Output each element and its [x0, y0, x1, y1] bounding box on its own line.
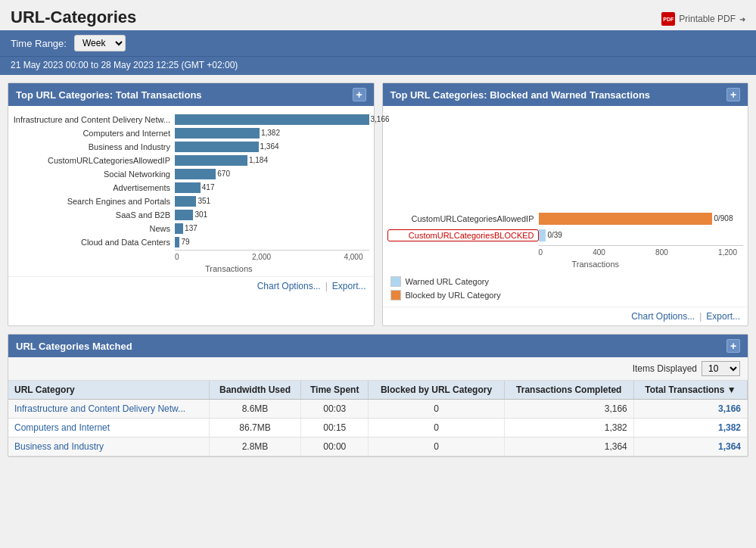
left-bar-fill: [175, 223, 183, 234]
table-cell: 0: [369, 437, 505, 456]
charts-row: Top URL Categories: Total Transactions +…: [0, 75, 756, 334]
right-export-link[interactable]: Export...: [706, 311, 740, 322]
left-bar-value: 1,184: [249, 155, 268, 166]
left-bar-value: 79: [181, 237, 189, 248]
left-bar-row: Advertisements417: [13, 182, 369, 194]
left-bar-fill: [175, 182, 201, 193]
right-bar-value: 0/39: [547, 230, 562, 241]
legend-item-warned: Warned URL Category: [390, 276, 741, 287]
left-bar-value: 670: [217, 169, 230, 179]
table-row: Business and Industry2.8MB00:0001,3641,3…: [8, 437, 748, 456]
left-bar-chart: Infrastructure and Content Delivery Netw…: [13, 114, 369, 248]
left-x-axis-label: Transactions: [89, 264, 369, 273]
right-x-axis-label: Transactions: [448, 260, 744, 269]
right-bar-fill: [539, 229, 546, 241]
legend-color-blocked: [390, 290, 401, 300]
pdf-arrow-icon: ➜: [739, 15, 745, 23]
right-bar-value: 0/908: [714, 213, 733, 224]
items-displayed-select[interactable]: 10 25 50 100: [702, 361, 740, 376]
left-chart-header: Top URL Categories: Total Transactions +: [8, 83, 374, 106]
table-cell[interactable]: Infrastructure and Content Delivery Netw…: [8, 400, 209, 419]
left-footer-divider: |: [325, 281, 328, 291]
pdf-link-text[interactable]: Printable PDF: [679, 14, 736, 24]
left-bar-fill: [175, 142, 259, 152]
left-x-axis-ticks: 0 2,000 4,000: [175, 250, 369, 261]
right-chart-panel: Top URL Categories: Blocked and Warned T…: [382, 83, 749, 326]
pdf-link[interactable]: PDF Printable PDF ➜: [661, 12, 745, 26]
table-cell[interactable]: 1,382: [633, 419, 747, 437]
main-heading: URL-Categories: [11, 8, 136, 27]
legend-label-blocked: Blocked by URL Category: [406, 291, 501, 300]
left-bar-row: SaaS and B2B301: [13, 209, 369, 221]
left-bar-container: 1,184: [175, 155, 369, 166]
right-chart-title: Top URL Categories: Blocked and Warned T…: [390, 89, 651, 101]
left-chart-plus-button[interactable]: +: [353, 88, 366, 101]
left-bar-value: 1,364: [260, 142, 279, 152]
table-title: URL Categories Matched: [16, 341, 132, 352]
left-bar-row: Search Engines and Portals351: [13, 195, 369, 207]
date-range-text: 21 May 2023 00:00 to 28 May 2023 12:25 (…: [11, 60, 238, 70]
left-bar-label: Search Engines and Portals: [13, 197, 175, 206]
left-bar-container: 417: [175, 182, 369, 193]
right-bar-label: CustomURLCategoriesAllowedIP: [387, 214, 539, 223]
table-cell[interactable]: Business and Industry: [8, 437, 209, 456]
left-chart-content: Infrastructure and Content Delivery Netw…: [8, 106, 374, 276]
legend-label-warned: Warned URL Category: [406, 277, 489, 286]
left-bar-value: 351: [198, 196, 210, 207]
table-cell: 00:03: [301, 400, 369, 419]
right-footer-divider: |: [699, 311, 702, 322]
col-total-transactions[interactable]: Total Transactions ▼: [633, 381, 747, 400]
right-chart-footer: Chart Options... | Export...: [383, 307, 748, 325]
left-bar-row: Infrastructure and Content Delivery Netw…: [13, 114, 369, 126]
left-bar-container: 670: [175, 169, 369, 179]
table-cell[interactable]: Computers and Internet: [8, 419, 209, 437]
col-url-category: URL Category: [8, 381, 209, 400]
left-bar-fill: [175, 155, 247, 166]
col-time-spent: Time Spent: [301, 381, 369, 400]
left-bar-fill: [175, 196, 196, 207]
left-bar-value: 301: [194, 210, 207, 220]
left-bar-container: 1,382: [175, 128, 369, 139]
table-cell: 1,364: [504, 437, 633, 456]
table-header-row: URL Category Bandwidth Used Time Spent B…: [8, 381, 748, 400]
table-cell[interactable]: 3,166: [633, 400, 747, 419]
left-bar-label: Computers and Internet: [13, 129, 175, 138]
right-bar-container: 0/39: [539, 229, 744, 241]
items-displayed-bar: Items Displayed 10 25 50 100: [8, 357, 748, 381]
left-chart-footer: Chart Options... | Export...: [8, 276, 374, 295]
left-chart-options-link[interactable]: Chart Options...: [257, 281, 321, 291]
left-bar-label: Business and Industry: [13, 142, 175, 151]
table-plus-button[interactable]: +: [726, 339, 740, 353]
left-bar-fill: [175, 210, 193, 220]
right-bar-row: CustomURLCategoriesBLOCKED0/39: [387, 229, 744, 242]
right-x-axis-ticks: 0 400 800 1,200: [539, 245, 744, 257]
left-bar-label: Social Networking: [13, 170, 175, 179]
left-bar-label: News: [13, 224, 175, 233]
left-bar-container: 301: [175, 210, 369, 220]
left-export-link[interactable]: Export...: [332, 281, 366, 291]
table-row: Computers and Internet86.7MB00:1501,3821…: [8, 419, 748, 437]
table-cell[interactable]: 1,364: [633, 437, 747, 456]
items-displayed-label: Items Displayed: [633, 363, 697, 374]
legend-color-warned: [390, 276, 401, 287]
left-bar-row: CustomURLCategoriesAllowedIP1,184: [13, 154, 369, 167]
left-bar-fill: [175, 237, 179, 248]
time-range-bar: Time Range: Week Day Month: [0, 30, 756, 56]
left-bar-value: 1,382: [261, 128, 280, 139]
pdf-icon: PDF: [661, 12, 675, 26]
left-bar-container: 3,166: [175, 114, 369, 125]
time-range-label: Time Range:: [11, 38, 67, 49]
table-cell: 00:15: [301, 419, 369, 437]
sort-desc-icon: ▼: [727, 385, 736, 395]
left-bar-value: 137: [185, 223, 198, 234]
table-cell: 86.7MB: [209, 419, 300, 437]
right-chart-plus-button[interactable]: +: [726, 88, 740, 101]
left-bar-container: 137: [175, 223, 369, 234]
left-bar-container: 351: [175, 196, 369, 207]
right-chart-options-link[interactable]: Chart Options...: [631, 311, 695, 322]
left-bar-label: Cloud and Data Centers: [13, 238, 175, 247]
time-range-select[interactable]: Week Day Month: [74, 35, 126, 51]
right-bar-row: CustomURLCategoriesAllowedIP0/908: [387, 212, 744, 226]
table-cell: 8.6MB: [209, 400, 300, 419]
table-row: Infrastructure and Content Delivery Netw…: [8, 400, 748, 419]
